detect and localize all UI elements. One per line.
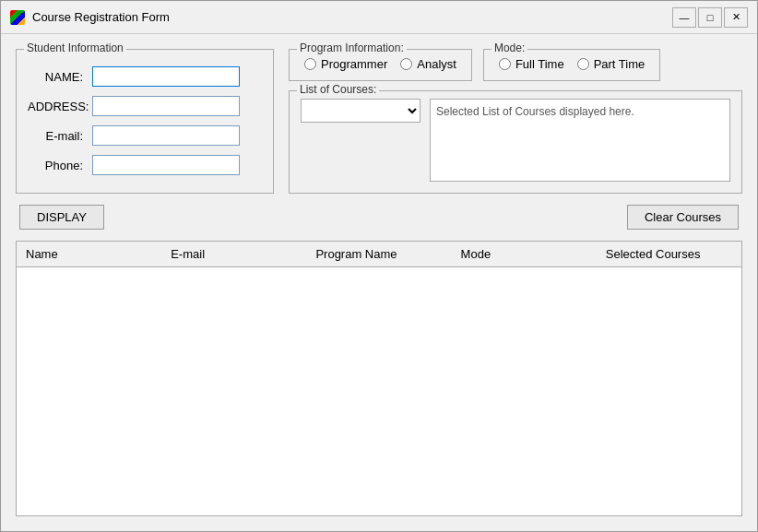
programmer-radio[interactable] bbox=[304, 58, 316, 70]
right-section: Program Information: Programmer Analyst … bbox=[289, 49, 742, 194]
student-info-group: Student Information NAME: ADDRESS: E-mai… bbox=[16, 49, 274, 194]
main-content: Student Information NAME: ADDRESS: E-mai… bbox=[1, 34, 757, 531]
title-bar: Course Registration Form — □ ✕ bbox=[1, 1, 757, 34]
col-program: Program Name bbox=[306, 242, 451, 266]
col-mode: Mode bbox=[452, 242, 597, 266]
table-section: Name E-mail Program Name Mode Selected C… bbox=[16, 241, 742, 516]
table-header: Name E-mail Program Name Mode Selected C… bbox=[17, 242, 741, 267]
programmer-radio-label[interactable]: Programmer bbox=[304, 57, 387, 71]
mode-label: Mode: bbox=[492, 41, 527, 54]
courses-dropdown[interactable] bbox=[301, 99, 420, 123]
program-info-group: Program Information: Programmer Analyst bbox=[289, 49, 472, 81]
email-input[interactable] bbox=[92, 125, 240, 146]
full-time-radio[interactable] bbox=[499, 58, 511, 70]
courses-group: List of Courses: Selected List of Course… bbox=[289, 90, 742, 194]
display-button[interactable]: DISPLAY bbox=[19, 205, 104, 230]
col-name: Name bbox=[17, 242, 161, 266]
mode-group: Mode: Full Time Part Time bbox=[483, 49, 660, 81]
buttons-row: DISPLAY Clear Courses bbox=[16, 205, 742, 230]
address-input[interactable] bbox=[92, 96, 240, 116]
address-label: ADDRESS: bbox=[28, 100, 92, 113]
col-courses: Selected Courses bbox=[597, 242, 741, 266]
phone-row: Phone: bbox=[28, 155, 262, 175]
clear-courses-button[interactable]: Clear Courses bbox=[627, 205, 739, 230]
window-controls: — □ ✕ bbox=[672, 7, 748, 28]
full-time-radio-label[interactable]: Full Time bbox=[499, 57, 564, 71]
courses-group-label: List of Courses: bbox=[297, 83, 379, 96]
email-label: E-mail: bbox=[28, 129, 92, 143]
analyst-radio-label[interactable]: Analyst bbox=[400, 57, 456, 71]
window-title: Course Registration Form bbox=[32, 10, 672, 24]
selected-courses-placeholder: Selected List of Courses displayed here. bbox=[436, 105, 634, 118]
selected-courses-box: Selected List of Courses displayed here. bbox=[430, 99, 730, 182]
analyst-radio[interactable] bbox=[400, 58, 412, 70]
courses-dropdown-wrap bbox=[301, 99, 420, 123]
part-time-radio[interactable] bbox=[577, 58, 589, 70]
part-time-radio-label[interactable]: Part Time bbox=[577, 57, 645, 71]
program-mode-row: Program Information: Programmer Analyst … bbox=[289, 49, 742, 81]
full-time-label: Full Time bbox=[515, 57, 564, 71]
minimize-button[interactable]: — bbox=[672, 7, 696, 28]
programmer-label: Programmer bbox=[321, 57, 387, 71]
name-label: NAME: bbox=[28, 70, 92, 84]
email-row: E-mail: bbox=[28, 125, 262, 146]
app-icon bbox=[10, 10, 25, 25]
analyst-label: Analyst bbox=[417, 57, 456, 71]
part-time-label: Part Time bbox=[594, 57, 645, 71]
main-window: Course Registration Form — □ ✕ Student I… bbox=[0, 0, 758, 532]
program-info-label: Program Information: bbox=[297, 41, 407, 54]
top-section: Student Information NAME: ADDRESS: E-mai… bbox=[16, 49, 742, 194]
table-body bbox=[17, 267, 741, 512]
name-input[interactable] bbox=[92, 66, 240, 87]
phone-input[interactable] bbox=[92, 155, 240, 175]
close-button[interactable]: ✕ bbox=[724, 7, 748, 28]
address-row: ADDRESS: bbox=[28, 96, 262, 116]
phone-label: Phone: bbox=[28, 159, 92, 172]
student-info-label: Student Information bbox=[24, 41, 126, 54]
col-email: E-mail bbox=[161, 242, 306, 266]
maximize-button[interactable]: □ bbox=[698, 7, 722, 28]
name-row: NAME: bbox=[28, 66, 262, 87]
